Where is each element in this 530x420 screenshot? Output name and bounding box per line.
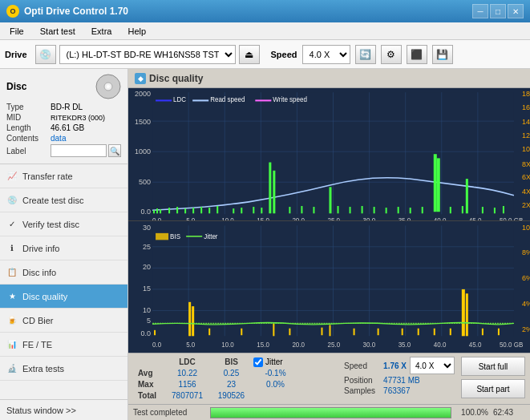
svg-text:16X: 16X [522,103,530,111]
svg-text:10.0: 10.0 [221,216,234,220]
sidebar-item-fe-te[interactable]: 📊 FE / TE [0,333,127,357]
svg-rect-43 [434,154,437,212]
stats-avg-label: Avg [133,368,165,378]
sidebar-item-cd-bier[interactable]: 🍺 CD Bier [0,309,127,333]
svg-text:2%: 2% [522,325,530,333]
sidebar-item-disc-quality[interactable]: ★ Disc quality [0,285,127,309]
start-full-button[interactable]: Start full [461,357,525,376]
svg-text:Write speed: Write speed [273,96,307,103]
sidebar-item-create-test-disc[interactable]: 💿 Create test disc [0,188,127,212]
sidebar-item-label: Disc quality [22,292,67,301]
svg-text:15: 15 [143,284,151,292]
settings-button[interactable]: ⚙ [381,45,402,64]
verify-test-disc-icon: ✓ [6,219,18,230]
stats-header-ldc: LDC [165,357,209,367]
svg-rect-116 [208,328,210,334]
drive-label: Drive [5,50,27,59]
svg-text:25.0: 25.0 [327,216,340,220]
speed-info: Speed 1.76 X 4.0 X Position 47731 MB Sam… [344,357,455,395]
sidebar-item-verify-test-disc[interactable]: ✓ Verify test disc [0,212,127,236]
svg-rect-64 [494,208,496,213]
svg-rect-33 [168,208,170,213]
svg-rect-70 [255,99,271,101]
svg-rect-63 [482,207,483,213]
jitter-checkbox-row: Jitter [253,357,318,367]
svg-text:0.0: 0.0 [152,216,162,220]
svg-text:50.0 GB: 50.0 GB [500,341,524,348]
svg-rect-60 [422,207,423,213]
status-window-button[interactable]: Status window >> [0,399,127,420]
svg-text:500: 500 [139,178,151,186]
svg-rect-117 [241,328,242,334]
drive-icon-btn[interactable]: 💿 [35,45,56,64]
svg-rect-30 [153,210,155,213]
status-window-label: Status window >> [6,406,76,415]
svg-text:45.0: 45.0 [469,216,482,220]
start-part-button[interactable]: Start part [461,379,525,398]
sidebar-item-label: CD Bier [22,316,54,325]
svg-rect-34 [176,207,178,213]
mid-value: RITEKDR3 (000) [51,114,121,122]
lower-chart: 30 25 20 15 10 5 0.0 10% 8% 6% 4% 2% [128,221,530,353]
speed-selector[interactable]: 4.0 X Max 8.0 X 2.0 X [302,45,350,64]
jitter-checkbox[interactable] [253,357,263,367]
svg-rect-41 [273,171,275,213]
svg-text:40.0: 40.0 [434,216,447,220]
label-input[interactable] [51,144,107,157]
svg-rect-126 [482,328,483,334]
svg-text:5.0: 5.0 [186,341,196,348]
svg-point-2 [107,85,110,88]
svg-rect-38 [208,208,210,213]
svg-text:20.0: 20.0 [292,216,305,220]
svg-rect-45 [466,179,468,213]
menu-help[interactable]: Help [121,25,152,38]
menu-bar: File Start test Extra Help [0,22,530,40]
svg-text:20.0: 20.0 [292,341,305,348]
save-button[interactable]: 💾 [432,45,453,64]
svg-text:12X: 12X [522,131,530,139]
svg-text:6X: 6X [522,173,530,181]
menu-file[interactable]: File [3,25,30,38]
svg-text:Jitter: Jitter [204,233,218,240]
sidebar-item-label: Verify test disc [22,220,79,229]
svg-rect-57 [386,208,387,213]
sidebar-item-drive-info[interactable]: ℹ Drive info [0,236,127,260]
svg-text:0.0: 0.0 [141,329,152,337]
svg-rect-62 [462,206,463,213]
svg-text:15.0: 15.0 [257,216,269,220]
sidebar-item-label: Transfer rate [22,172,73,181]
refresh-button[interactable]: 🔄 [355,45,376,64]
svg-text:8%: 8% [522,248,530,256]
stats-total-jitter [253,390,297,401]
label-label: Label [6,147,51,155]
minimize-button[interactable]: ─ [472,4,488,18]
drive-selector[interactable]: (L:) HL-DT-ST BD-RE WH16NS58 TST4 [59,45,236,64]
speed-info-selector[interactable]: 4.0 X [410,357,455,374]
svg-rect-36 [192,208,194,213]
close-button[interactable]: ✕ [508,4,524,18]
speed-info-value: 1.76 X [383,361,407,370]
maximize-button[interactable]: □ [490,4,506,18]
position-value: 47731 MB [383,376,420,385]
sidebar-item-extra-tests[interactable]: 🔬 Extra tests [0,357,127,381]
eject-button[interactable]: ⏏ [239,45,260,64]
contents-value: data [51,134,121,143]
sidebar-item-transfer-rate[interactable]: 📈 Transfer rate [0,164,127,188]
svg-rect-121 [378,328,379,334]
time-display: 62:43 [493,408,525,417]
stop-button[interactable]: ⬛ [407,45,427,64]
svg-rect-109 [154,329,156,334]
label-btn[interactable]: 🔍 [108,144,121,157]
create-test-disc-icon: 💿 [6,195,18,206]
cd-bier-icon: 🍺 [6,315,18,326]
menu-extra[interactable]: Extra [85,25,119,38]
upper-chart-svg: 2000 1500 1000 500 0.0 18X 16X 14X 12X 1… [128,88,530,220]
svg-rect-52 [313,207,314,213]
svg-text:10X: 10X [522,145,530,153]
svg-text:4X: 4X [522,187,530,195]
samples-label: Samples [344,386,380,395]
svg-rect-68 [192,99,208,101]
svg-rect-111 [192,306,194,336]
sidebar-item-disc-info[interactable]: 📋 Disc info [0,260,127,285]
menu-start-test[interactable]: Start test [34,25,82,38]
